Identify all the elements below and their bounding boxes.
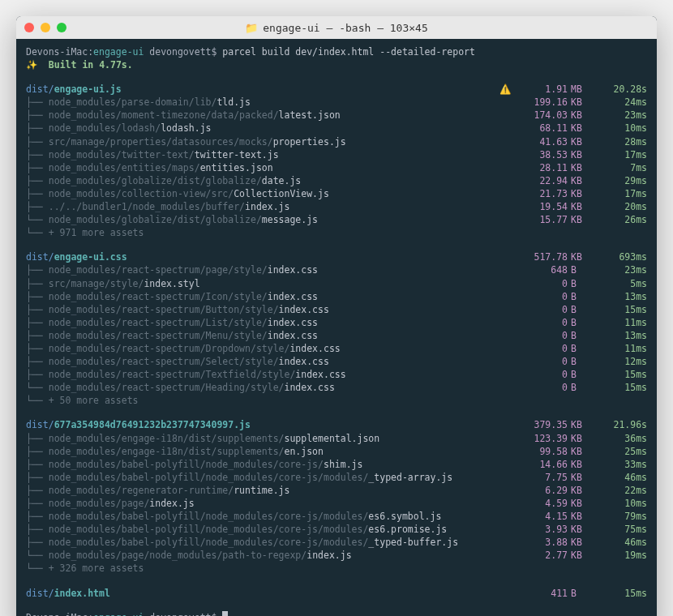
asset-row: ├── node_modules/globalize/dist/globaliz… [26,174,647,187]
close-button[interactable] [24,23,34,32]
title-dims: 103×45 [390,22,428,34]
asset-row: ├── node_modules/babel-polyfill/node_mod… [26,471,647,484]
prompt-user: devongovett$ [144,45,222,58]
minimize-button[interactable] [41,23,50,32]
prompt-path: engage-ui [93,45,144,58]
asset-row: ├── node_modules/babel-polyfill/node_mod… [26,523,647,536]
asset-row: ├── node_modules/collection-view/src/Col… [26,187,647,200]
asset-row: ├── node_modules/babel-polyfill/node_mod… [26,458,647,471]
asset-row: ├── node_modules/babel-polyfill/node_mod… [26,510,647,523]
asset-row: ├── node_modules/regenerator-runtime/run… [26,484,647,497]
asset-row: └── node_modules/globalize/dist/globaliz… [26,213,647,226]
asset-row: ├── node_modules/react-spectrum/Menu/sty… [26,329,647,342]
bundle-header: dist/677a354984d76491232b237747340997.js… [26,418,647,431]
asset-row: ├── node_modules/lodash/lodash.js68.11KB… [26,122,647,135]
cursor [222,611,228,616]
asset-row: ├── node_modules/react-spectrum/List/sty… [26,316,647,329]
traffic-lights [24,23,66,32]
prompt-line: Devons-iMac:engage-ui devongovett$ parce… [26,45,647,58]
asset-row: ├── node_modules/twitter-text/twitter-te… [26,148,647,161]
asset-row: └── node_modules/react-spectrum/Heading/… [26,381,647,394]
asset-row: ├── src/manage/properties/datasources/mo… [26,135,647,148]
bundle-header: dist/index.html411B15ms [26,587,647,600]
asset-row: ├── ../../bundler1/node_modules/buffer/i… [26,200,647,213]
more-assets: └── + 50 more assets [26,394,647,407]
title-folder: engage-ui [263,22,319,34]
folder-icon: 📁 [245,22,258,34]
terminal-content[interactable]: Devons-iMac:engage-ui devongovett$ parce… [16,39,657,616]
asset-row: ├── node_modules/react-spectrum/Dropdown… [26,342,647,355]
asset-row: ├── node_modules/react-spectrum/Textfiel… [26,368,647,381]
built-text: Built in 4.77s. [37,58,133,71]
prompt-command: parcel build dev/index.html --detailed-r… [222,45,475,58]
asset-row: ├── src/manage/style/index.styl0B5ms [26,277,647,290]
built-line: ✨ Built in 4.77s. [26,58,647,71]
title-sep: — -bash — [320,22,390,34]
asset-row: ├── node_modules/page/index.js4.59KB10ms [26,497,647,510]
bundle-header: dist/engage-ui.css517.78KB693ms [26,250,647,263]
asset-row: ├── node_modules/react-spectrum/Icon/sty… [26,290,647,303]
window-title: 📁 engage-ui — -bash — 103×45 [245,22,428,34]
maximize-button[interactable] [57,23,66,32]
terminal-window: 📁 engage-ui — -bash — 103×45 Devons-iMac… [16,16,657,616]
more-assets: └── + 326 more assets [26,562,647,575]
asset-row: ├── node_modules/react-spectrum/Select/s… [26,355,647,368]
asset-row: ├── node_modules/react-spectrum/page/sty… [26,263,647,276]
sparkle-icon: ✨ [26,58,37,71]
final-prompt: Devons-iMac:engage-ui devongovett$ [26,611,647,616]
bundle-header: dist/engage-ui.js⚠️ 1.91MB20.28s [26,83,647,96]
titlebar[interactable]: 📁 engage-ui — -bash — 103×45 [16,16,657,39]
prompt-host: Devons-iMac: [26,45,93,58]
asset-row: ├── node_modules/parse-domain/lib/tld.js… [26,96,647,109]
asset-row: ├── node_modules/babel-polyfill/node_mod… [26,536,647,549]
asset-row: ├── node_modules/entities/maps/entities.… [26,161,647,174]
more-assets: └── + 971 more assets [26,226,647,239]
asset-row: ├── node_modules/react-spectrum/Button/s… [26,303,647,316]
asset-row: ├── node_modules/moment-timezone/data/pa… [26,109,647,122]
asset-row: ├── node_modules/engage-i18n/dist/supple… [26,432,647,445]
asset-row: └── node_modules/page/node_modules/path-… [26,549,647,562]
asset-row: ├── node_modules/engage-i18n/dist/supple… [26,445,647,458]
